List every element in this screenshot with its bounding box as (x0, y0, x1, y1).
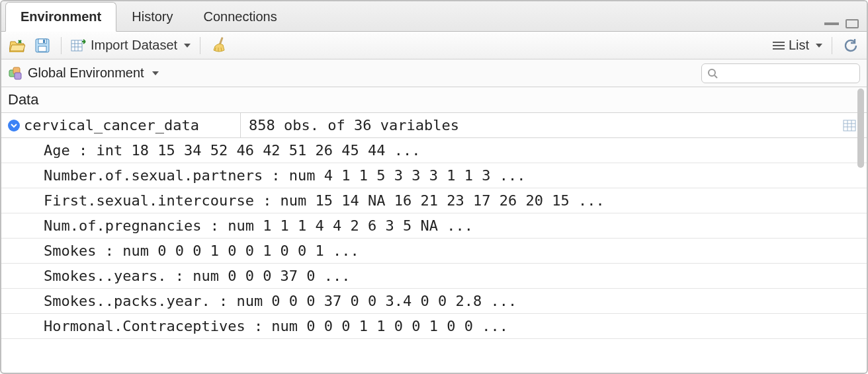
environment-scope-label: Global Environment (28, 65, 144, 81)
variable-text: Smokes : num 0 0 0 1 0 0 1 0 0 1 ... (44, 243, 359, 259)
save-workspace-button[interactable] (33, 36, 52, 55)
chevron-down-icon (152, 71, 159, 75)
data-object-row[interactable]: cervical_cancer_data 858 obs. of 36 vari… (1, 113, 867, 138)
svg-rect-9 (219, 37, 224, 44)
tab-label: Connections (203, 9, 277, 24)
variable-text: Smokes..packs.year. : num 0 0 0 37 0 0 3… (44, 293, 517, 309)
tab-environment[interactable]: Environment (5, 2, 116, 32)
svg-point-16 (709, 69, 715, 76)
refresh-button[interactable] (842, 36, 860, 55)
toolbar-separator (200, 37, 200, 54)
load-workspace-button[interactable] (8, 36, 26, 55)
variable-row[interactable]: Smokes : num 0 0 0 1 0 0 1 0 0 1 ... (1, 239, 867, 264)
packages-icon (8, 66, 22, 81)
variable-row[interactable]: Num.of.pregnancies : num 1 1 1 4 4 2 6 3… (1, 213, 867, 239)
search-input[interactable] (718, 67, 854, 79)
environment-search[interactable] (701, 63, 860, 83)
variable-row[interactable]: Smokes..packs.year. : num 0 0 0 37 0 0 3… (1, 289, 867, 314)
vertical-scrollbar[interactable] (856, 89, 865, 371)
svg-rect-1 (38, 39, 46, 44)
variable-row[interactable]: Hormonal.Contraceptives : num 0 0 0 1 1 … (1, 314, 867, 339)
import-dataset-button[interactable]: Import Dataset (71, 36, 191, 55)
open-folder-icon (9, 39, 25, 52)
save-icon (35, 38, 50, 53)
view-mode-dropdown[interactable]: List (773, 36, 822, 55)
variable-row[interactable]: First.sexual.intercourse : num 15 14 NA … (1, 188, 867, 213)
svg-rect-15 (15, 73, 21, 79)
tab-history[interactable]: History (116, 2, 188, 32)
svg-rect-2 (38, 46, 46, 52)
variable-row[interactable]: Smokes..years. : num 0 0 0 37 0 ... (1, 264, 867, 289)
chevron-down-icon (816, 44, 822, 48)
list-icon (773, 42, 785, 50)
environment-pane: Environment History Connections (0, 0, 868, 374)
object-name: cervical_cancer_data (24, 117, 199, 133)
broom-icon (211, 37, 227, 54)
svg-rect-4 (71, 40, 82, 51)
minimize-pane-icon[interactable] (824, 22, 839, 25)
object-summary: 858 obs. of 36 variables (249, 117, 459, 133)
variable-text: Num.of.pregnancies : num 1 1 1 4 4 2 6 3… (44, 217, 473, 234)
variable-row[interactable]: Age : int 18 15 34 52 46 42 51 26 45 44 … (1, 138, 867, 163)
grid-import-icon (71, 39, 87, 52)
import-dataset-label: Import Dataset (91, 38, 177, 53)
pane-tabs: Environment History Connections (1, 1, 867, 32)
environment-scope-row: Global Environment (1, 59, 867, 87)
variable-row[interactable]: Number.of.sexual.partners : num 4 1 1 5 … (1, 163, 867, 188)
chevron-down-icon (11, 122, 17, 129)
svg-rect-18 (844, 120, 855, 131)
clear-workspace-button[interactable] (210, 36, 228, 55)
refresh-icon (843, 38, 859, 54)
collapse-toggle[interactable] (8, 120, 20, 131)
tab-label: History (132, 9, 173, 24)
environment-scope-dropdown[interactable]: Global Environment (8, 64, 159, 83)
environment-toolbar: Import Dataset List (1, 32, 867, 59)
grid-icon (843, 120, 856, 131)
search-icon (707, 68, 718, 79)
data-section-heading: Data (1, 87, 867, 113)
maximize-pane-icon[interactable] (846, 19, 859, 28)
toolbar-separator (832, 37, 832, 54)
variable-text: Hormonal.Contraceptives : num 0 0 0 1 1 … (44, 318, 508, 334)
variable-text: Smokes..years. : num 0 0 0 37 0 ... (44, 268, 351, 284)
variable-text: Number.of.sexual.partners : num 4 1 1 5 … (44, 167, 525, 184)
environment-data-area: Data cervical_cancer_data 858 obs. of 36… (1, 87, 867, 373)
tab-connections[interactable]: Connections (188, 2, 292, 32)
scrollbar-thumb[interactable] (857, 89, 864, 168)
variable-text: Age : int 18 15 34 52 46 42 51 26 45 44 … (44, 142, 421, 159)
tab-label: Environment (21, 9, 101, 24)
svg-rect-3 (43, 40, 45, 43)
variable-text: First.sexual.intercourse : num 15 14 NA … (44, 192, 605, 209)
svg-line-17 (715, 75, 717, 78)
toolbar-separator (61, 37, 62, 54)
chevron-down-icon (184, 44, 191, 48)
view-mode-label: List (789, 38, 809, 53)
